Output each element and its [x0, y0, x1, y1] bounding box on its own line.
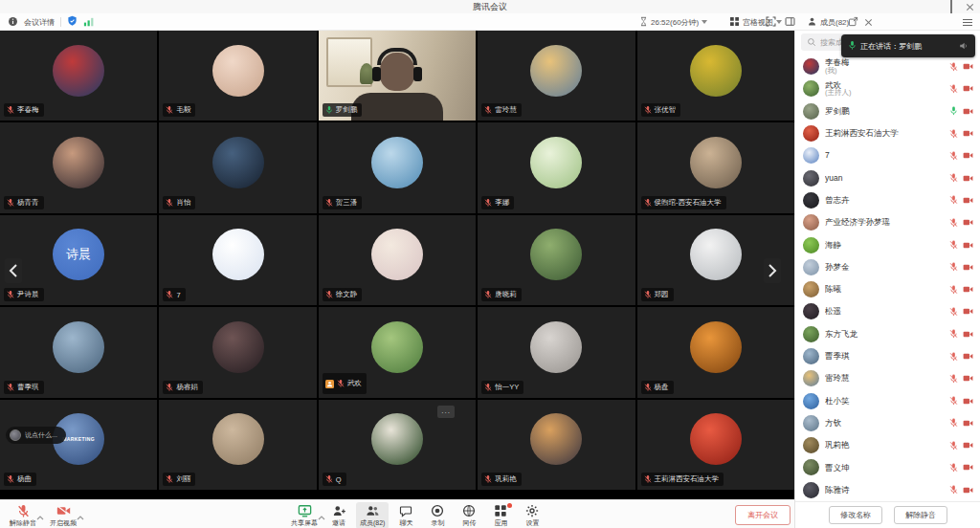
- chevron-up-icon[interactable]: [77, 507, 84, 524]
- mic-status-icon[interactable]: [949, 463, 958, 473]
- video-tile[interactable]: 诗晨尹诗晨: [0, 215, 157, 305]
- video-tile[interactable]: 武欢: [319, 307, 476, 397]
- member-row[interactable]: 东方飞龙: [795, 323, 980, 345]
- mic-status-icon[interactable]: [949, 418, 958, 428]
- video-tile[interactable]: 肖怡: [159, 122, 316, 212]
- mic-status-icon[interactable]: [949, 485, 958, 495]
- toolbar-interpret-button[interactable]: 同传: [455, 502, 483, 528]
- camera-status-icon[interactable]: [963, 486, 973, 495]
- member-row[interactable]: 产业经济学孙梦瑶: [795, 211, 980, 233]
- member-row[interactable]: 孙梦金: [795, 256, 980, 278]
- camera-status-icon[interactable]: [963, 397, 973, 406]
- member-row[interactable]: 曹季琪: [795, 345, 980, 367]
- camera-status-icon[interactable]: [963, 374, 973, 383]
- camera-status-icon[interactable]: [963, 352, 973, 361]
- member-row[interactable]: yuan: [795, 166, 980, 188]
- member-row[interactable]: 海静: [795, 233, 980, 255]
- mic-status-icon[interactable]: [949, 374, 958, 384]
- camera-status-icon[interactable]: [963, 330, 973, 339]
- close-icon[interactable]: [966, 3, 974, 11]
- member-row[interactable]: 雷玲慧: [795, 367, 980, 389]
- prev-page-button[interactable]: [5, 258, 22, 283]
- member-row[interactable]: 曾志卉: [795, 189, 980, 211]
- camera-status-icon[interactable]: [963, 218, 973, 227]
- member-row[interactable]: 巩莉艳: [795, 434, 980, 456]
- camera-status-icon[interactable]: [963, 151, 973, 160]
- mic-status-icon[interactable]: [949, 262, 958, 272]
- leave-meeting-button[interactable]: 离开会议: [735, 505, 791, 525]
- video-tile[interactable]: 侯煦琯-西安石油大学: [637, 122, 794, 212]
- member-row[interactable]: 方钦: [795, 412, 980, 434]
- video-tile[interactable]: 杨睿娟: [159, 307, 316, 397]
- toolbar-camera-off-button[interactable]: 开启视频: [46, 502, 80, 528]
- member-row[interactable]: 王莉淋西安石油大学: [795, 122, 980, 144]
- toolbar-record-button[interactable]: 录制: [423, 502, 452, 528]
- video-tile[interactable]: 徐文静: [319, 215, 476, 305]
- video-tile[interactable]: 唐晓莉: [478, 215, 635, 305]
- member-row[interactable]: 松遥: [795, 300, 980, 322]
- camera-status-icon[interactable]: [963, 419, 973, 428]
- toolbar-share-screen-button[interactable]: 共享屏幕: [287, 502, 322, 528]
- toolbar-members-button[interactable]: 成员(82): [356, 502, 389, 528]
- member-row[interactable]: 陈曦: [795, 278, 980, 300]
- video-tile[interactable]: 罗剑鹏: [319, 31, 476, 121]
- mic-status-icon[interactable]: [949, 84, 958, 94]
- camera-status-icon[interactable]: [963, 196, 973, 205]
- video-tile[interactable]: 毛毅: [159, 31, 316, 121]
- camera-status-icon[interactable]: [963, 107, 973, 116]
- video-tile[interactable]: 杨青青: [0, 122, 157, 212]
- member-row[interactable]: 陈雅诗: [795, 479, 980, 501]
- member-row[interactable]: 罗剑鹏: [795, 100, 980, 122]
- camera-status-icon[interactable]: [963, 441, 973, 450]
- camera-status-icon[interactable]: [963, 129, 973, 138]
- mic-status-icon[interactable]: [949, 396, 958, 406]
- video-tile[interactable]: 李春梅: [0, 31, 157, 121]
- mic-status-icon[interactable]: [949, 62, 958, 72]
- member-row[interactable]: 李春梅(我): [795, 55, 980, 77]
- rename-button[interactable]: 修改名称: [829, 506, 882, 524]
- chevron-up-icon[interactable]: [36, 507, 44, 524]
- fullscreen-button[interactable]: [766, 13, 776, 31]
- video-tile[interactable]: 张优智: [637, 31, 794, 121]
- video-tile[interactable]: 刘丽: [159, 400, 316, 490]
- toolbar-chat-button[interactable]: 聊天: [391, 502, 420, 528]
- next-page-button[interactable]: [764, 258, 781, 283]
- tile-more-button[interactable]: ...: [437, 406, 455, 418]
- toolbar-invite-button[interactable]: 邀请: [324, 502, 353, 528]
- video-tile[interactable]: 贺三潘: [319, 122, 476, 212]
- mic-status-icon[interactable]: [949, 173, 958, 183]
- video-tile[interactable]: 李娜: [478, 122, 635, 212]
- mic-status-icon[interactable]: [949, 218, 958, 228]
- unmute-button[interactable]: 解除静音: [894, 506, 947, 524]
- video-tile[interactable]: 怡一YY: [478, 307, 635, 397]
- mic-status-icon[interactable]: [949, 307, 958, 317]
- menu-button[interactable]: [963, 13, 972, 31]
- meeting-timer[interactable]: 26:52(60分钟): [639, 13, 707, 31]
- toolbar-mic-off-button[interactable]: 解除静音: [6, 502, 40, 528]
- video-tile[interactable]: MARKETING杨曲说点什么...: [0, 400, 157, 490]
- mic-status-icon[interactable]: [949, 329, 958, 339]
- mic-status-icon[interactable]: [949, 441, 958, 451]
- camera-status-icon[interactable]: [963, 307, 973, 316]
- video-tile[interactable]: Q...: [319, 400, 476, 490]
- member-row[interactable]: 武欢(主持人): [795, 77, 980, 99]
- toolbar-apps-button[interactable]: 应用: [486, 502, 515, 528]
- mic-status-icon[interactable]: [949, 240, 958, 250]
- mic-status-icon[interactable]: [949, 151, 958, 161]
- close-panel-button[interactable]: [864, 13, 873, 31]
- camera-status-icon[interactable]: [963, 62, 973, 71]
- camera-status-icon[interactable]: [963, 263, 973, 272]
- mic-status-icon[interactable]: [949, 106, 958, 116]
- mic-status-icon[interactable]: [949, 352, 958, 362]
- camera-status-icon[interactable]: [963, 463, 973, 472]
- video-tile[interactable]: 杨盘: [637, 307, 794, 397]
- mic-status-icon[interactable]: [949, 129, 958, 139]
- meeting-details-button[interactable]: 会议详情: [24, 17, 55, 28]
- mic-status-icon[interactable]: [949, 195, 958, 205]
- camera-status-icon[interactable]: [963, 84, 973, 93]
- mic-status-icon[interactable]: [949, 285, 958, 295]
- video-tile[interactable]: 7: [159, 215, 316, 305]
- video-tile[interactable]: 曹季琪: [0, 307, 157, 397]
- chat-hint-pill[interactable]: 说点什么...: [6, 427, 66, 444]
- popout-panel-button[interactable]: [848, 13, 858, 31]
